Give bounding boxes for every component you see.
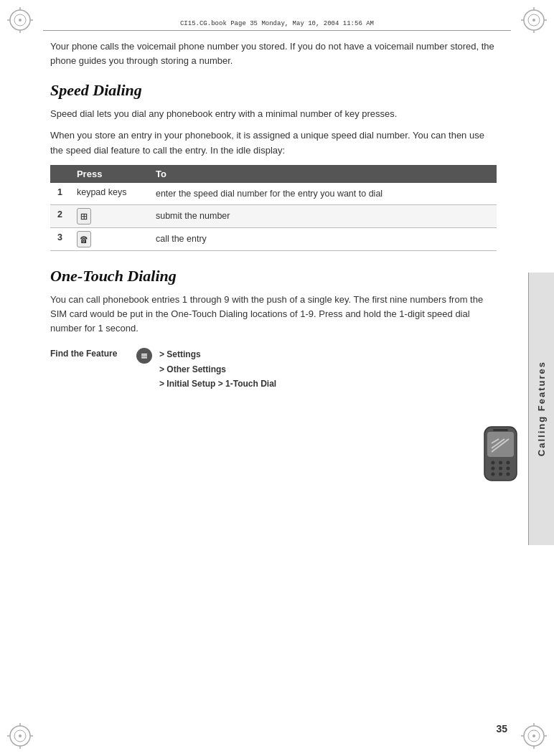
svg-rect-44 [141,354,147,355]
intro-paragraph: Your phone calls the voicemail phone num… [50,39,497,68]
press-value-3: ☎ [70,227,149,250]
corner-decoration-tr [520,6,548,34]
menu-icon [136,348,152,364]
svg-point-33 [507,461,510,465]
svg-point-2 [19,19,22,22]
step-number-3: 3 [50,227,70,250]
step-number-2: 2 [50,204,70,227]
side-tab: Calling Features [528,273,554,545]
svg-point-16 [19,734,22,737]
table-row: 2 ⊞ submit the number [50,204,497,227]
corner-decoration-bl [6,722,34,750]
path-line-3: > Initial Setup > 1-Touch Dial [159,377,276,391]
table-header-to: To [149,165,497,183]
table-header-press: Press [70,165,149,183]
key-symbol-2: ⊞ [77,208,91,225]
key-symbol-3: ☎ [77,231,91,247]
press-value-2: ⊞ [70,204,149,227]
to-value-2: submit the number [149,204,497,227]
find-feature-path: > Settings > Other Settings > Initial Se… [159,347,276,391]
table-header-empty [50,165,70,183]
path-line-2: > Other Settings [159,362,276,377]
find-feature-label: Find the Feature [50,347,129,359]
to-value-3: call the entry [149,227,497,250]
svg-rect-46 [141,357,147,359]
header-text: CI15.CG.book Page 35 Monday, May 10, 200… [180,20,374,27]
corner-decoration-tl [6,6,34,34]
header-line: CI15.CG.book Page 35 Monday, May 10, 200… [43,20,511,31]
table-row: 1 keypad keys enter the speed dial numbe… [50,183,497,205]
svg-point-35 [499,467,502,471]
page-number: 35 [496,723,507,734]
svg-point-23 [532,734,535,737]
svg-point-38 [499,473,502,476]
table-row: 3 ☎ call the entry [50,227,497,250]
side-tab-label: Calling Features [536,361,547,456]
corner-decoration-br [520,722,548,750]
speed-dialing-body2: When you store an entry in your phoneboo… [50,128,497,157]
svg-point-9 [532,19,535,22]
one-touch-title: One-Touch Dialing [50,267,497,285]
svg-point-36 [507,467,510,471]
to-value-1: enter the speed dial number for the entr… [149,183,497,205]
step-number-1: 1 [50,183,70,205]
press-value-1: keypad keys [70,183,149,205]
one-touch-body: You can call phonebook entries 1 through… [50,293,497,336]
main-content: Your phone calls the voicemail phone num… [50,39,497,713]
page-container: CI15.CG.book Page 35 Monday, May 10, 200… [0,0,554,756]
svg-point-32 [499,461,502,465]
path-line-1: > Settings [159,347,276,362]
svg-point-39 [507,473,510,476]
speed-dial-table: Press To 1 keypad keys enter the speed d… [50,165,497,251]
speed-dialing-body1: Speed dial lets you dial any phonebook e… [50,107,497,121]
speed-dialing-title: Speed Dialing [50,81,497,100]
find-feature-container: Find the Feature > Settings > Other Sett… [50,347,497,391]
svg-rect-45 [141,356,147,357]
